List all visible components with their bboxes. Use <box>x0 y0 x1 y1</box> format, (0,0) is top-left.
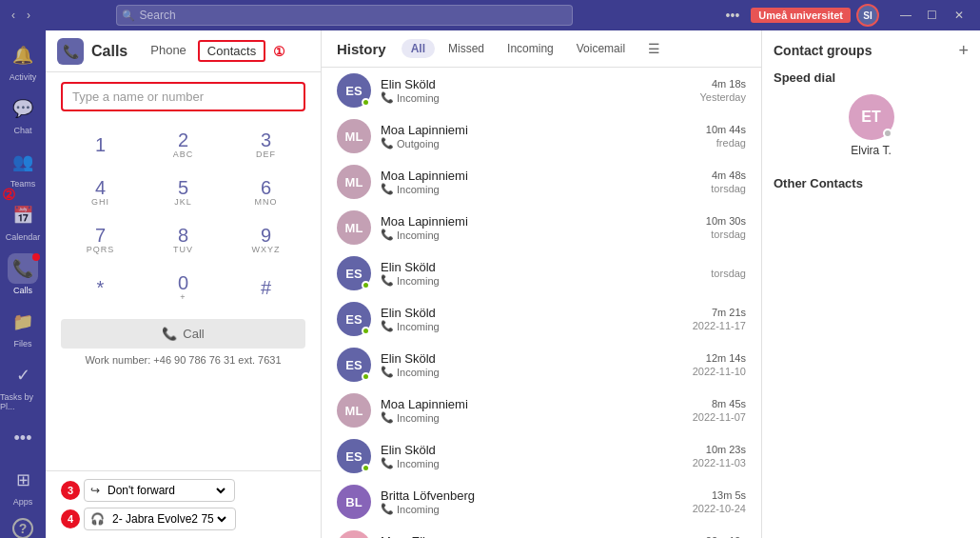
history-info: Elin Sköld 📞 Incoming <box>381 260 701 287</box>
speed-dial-item[interactable]: ET Elvira T. <box>774 94 969 157</box>
filter-btn-voicemail[interactable]: Voicemail <box>567 39 635 58</box>
close-button[interactable]: ✕ <box>946 2 972 29</box>
avatar: ML <box>337 393 371 428</box>
contact-name: Moa Lapinniemi <box>381 214 696 229</box>
sidebar-item-more[interactable]: ••• <box>0 417 46 459</box>
call-duration: 7m 21s <box>712 307 746 318</box>
dial-num: 2 <box>178 130 188 149</box>
dialpad-area: 12ABC3DEF4GHI5JKL6MNO7PQRS8TUV9WXYZ*0+# … <box>46 72 321 470</box>
filter-btn-incoming[interactable]: Incoming <box>498 39 563 58</box>
history-info: Elin Sköld 📞 Incoming <box>381 443 683 469</box>
titlebar-right: ••• Umeå universitet SI — ☐ ✕ <box>720 2 972 29</box>
call-date: 2022-11-03 <box>693 457 746 468</box>
history-item[interactable]: E Moa. Elin 📞 Incoming from Moa Lapinnie… <box>322 525 761 538</box>
device-dropdown[interactable]: 2- Jabra Evolve2 75 Default speaker <box>108 511 229 527</box>
dial-key-8[interactable]: 8TUV <box>144 218 223 262</box>
sidebar-item-chat[interactable]: 💬Chat <box>0 88 46 141</box>
history-item[interactable]: ML Moa Lapinniemi 📞 Incoming 8m 45s 2022… <box>322 388 761 433</box>
more-button[interactable]: ••• <box>720 6 746 25</box>
history-item[interactable]: ES Elin Sköld 📞 Incoming torsdag <box>322 250 761 296</box>
dial-letters: ABC <box>173 149 194 159</box>
sidebar-item-files[interactable]: 📁Files <box>0 301 46 354</box>
chat-icon: 💬 <box>8 93 38 124</box>
history-item[interactable]: ES Elin Sköld 📞 Incoming 12m 14s 2022-11… <box>322 342 761 388</box>
sidebar-item-apps[interactable]: ⊞ Apps <box>0 459 46 512</box>
dial-key-0[interactable]: 0+ <box>144 266 223 309</box>
avatar: ML <box>337 210 371 245</box>
forward-button[interactable]: › <box>23 7 34 24</box>
sidebar-item-activity[interactable]: 🔔Activity <box>0 34 46 88</box>
call-duration: 13m 5s <box>712 489 746 501</box>
calendar-icon: 📅 <box>8 200 38 230</box>
phone-icon: 📞 <box>162 327 177 341</box>
dial-key-5[interactable]: 5JKL <box>144 170 223 214</box>
history-info: Elin Sköld 📞 Incoming <box>381 77 690 104</box>
history-info: Moa Lapinniemi 📞 Incoming <box>381 397 683 424</box>
filter-icon-button[interactable]: ☰ <box>642 38 666 59</box>
filter-btn-missed[interactable]: Missed <box>439 39 494 58</box>
history-item[interactable]: ES Elin Sköld 📞 Incoming 4m 18s Yesterda… <box>322 68 761 113</box>
tab-contacts[interactable]: Contacts <box>198 40 265 62</box>
minimize-button[interactable]: — <box>892 2 919 29</box>
history-item[interactable]: ES Elin Sköld 📞 Incoming 7m 21s 2022-11-… <box>322 296 761 342</box>
restore-button[interactable]: ☐ <box>919 2 946 29</box>
contact-name: Moa Lapinniemi <box>381 169 701 183</box>
avatar[interactable]: SI <box>856 4 879 27</box>
back-button[interactable]: ‹ <box>8 7 19 24</box>
call-duration: 4m 48s <box>712 169 746 181</box>
main-layout: 🔔Activity💬Chat👥Teams📅Calendar📞Calls📁File… <box>0 30 980 538</box>
history-info: Moa Lapinniemi 📞 Incoming <box>381 169 701 195</box>
filter-btn-all[interactable]: All <box>402 39 435 58</box>
dial-letters: JKL <box>174 197 192 207</box>
dial-key-7[interactable]: 7PQRS <box>61 218 140 262</box>
history-right: 7m 21s 2022-11-17 <box>693 307 746 331</box>
call-date: torsdag <box>711 183 746 194</box>
call-date: 2022-11-17 <box>693 320 746 331</box>
dial-key-2[interactable]: 2ABC <box>144 123 223 167</box>
history-item[interactable]: ES Elin Sköld 📞 Incoming 10m 23s 2022-11… <box>322 433 761 479</box>
online-indicator <box>362 98 370 107</box>
add-contact-group-button[interactable]: + <box>958 42 969 59</box>
call-type: 📞 Incoming <box>381 183 701 195</box>
device-select[interactable]: 🎧 2- Jabra Evolve2 75 Default speaker <box>84 508 236 530</box>
calls-label: Calls <box>13 286 32 295</box>
history-item[interactable]: ML Moa Lapinniemi 📞 Outgoing 10m 44s fre… <box>322 113 761 159</box>
sidebar-bottom: ••• ⊞ Apps ? Help <box>0 417 46 538</box>
dial-key-#[interactable]: # <box>226 266 305 309</box>
tab-phone[interactable]: Phone <box>143 39 194 63</box>
sidebar-item-help[interactable]: ? Help <box>0 512 46 538</box>
tasks-icon: ✓ <box>8 360 38 390</box>
call-type: 📞 Incoming <box>381 411 683 424</box>
bottom-controls: 3 ↪ Don't forward Forward to voicemail 4… <box>46 470 321 538</box>
dial-letters: PQRS <box>87 245 115 254</box>
dial-key-*[interactable]: * <box>61 266 140 309</box>
call-duration: 10m 30s <box>706 215 746 227</box>
sidebar-item-tasks[interactable]: ✓Tasks by Pl... <box>0 354 46 417</box>
history-right: 4m 18s Yesterday <box>699 78 746 103</box>
forward-select[interactable]: ↪ Don't forward Forward to voicemail <box>84 479 235 502</box>
call-icon: 📞 <box>381 503 394 515</box>
dial-key-4[interactable]: 4GHI <box>61 170 140 214</box>
number-input[interactable] <box>63 84 304 110</box>
dial-num: 5 <box>178 178 188 197</box>
sidebar-item-calls[interactable]: 📞Calls <box>0 248 46 301</box>
history-item[interactable]: BL Britta Löfvenberg 📞 Incoming 13m 5s 2… <box>322 479 761 525</box>
dial-key-3[interactable]: 3DEF <box>226 123 305 167</box>
dial-num: # <box>261 278 271 297</box>
dial-key-9[interactable]: 9WXYZ <box>226 218 305 262</box>
dial-key-6[interactable]: 6MNO <box>226 170 305 214</box>
history-list: ES Elin Sköld 📞 Incoming 4m 18s Yesterda… <box>322 68 761 538</box>
search-input[interactable] <box>116 5 573 26</box>
forward-icon: ↪ <box>90 484 100 497</box>
forward-dropdown[interactable]: Don't forward Forward to voicemail <box>104 483 228 498</box>
history-item[interactable]: ML Moa Lapinniemi 📞 Incoming 10m 30s tor… <box>322 205 761 250</box>
call-type: 📞 Incoming <box>381 366 683 378</box>
call-button[interactable]: 📞 Call <box>61 319 305 349</box>
call-date: fredag <box>716 137 746 149</box>
history-info: Britta Löfvenberg 📞 Incoming <box>381 488 683 515</box>
contact-groups-header: Contact groups + <box>774 42 969 59</box>
speed-dial-name: Elvira T. <box>851 144 891 157</box>
dial-key-1[interactable]: 1 <box>61 123 140 167</box>
history-item[interactable]: ML Moa Lapinniemi 📞 Incoming 4m 48s tors… <box>322 159 761 205</box>
call-duration: 10m 23s <box>706 444 746 455</box>
